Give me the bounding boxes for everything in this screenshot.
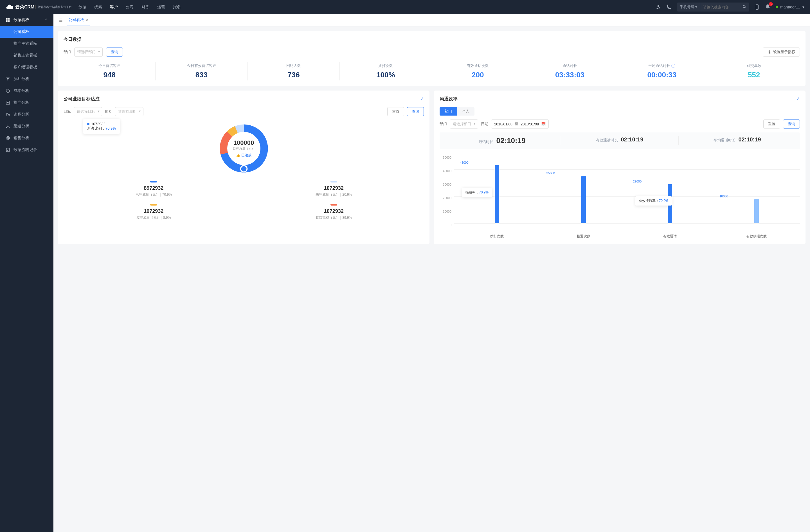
date-range-input[interactable]: 2018/01/08 至 2018/01/08 📅 [491, 119, 549, 129]
stat-item: 今日首咨客户948 [64, 62, 156, 80]
reset-button[interactable]: 重置 [387, 107, 404, 116]
svg-rect-4 [8, 18, 10, 20]
cloud-icon [6, 3, 14, 11]
period-select[interactable]: 请选择周期 [115, 107, 143, 116]
nav-item[interactable]: 线索 [94, 1, 102, 14]
nav-item[interactable]: 报名 [173, 1, 181, 14]
clock-icon [6, 88, 10, 93]
dept-label: 部门 [440, 121, 447, 127]
svg-point-9 [6, 127, 7, 128]
sidebar-item[interactable]: 销售主管看板 [0, 49, 53, 61]
nav-item[interactable]: 财务 [142, 1, 149, 14]
stat-value: 833 [156, 70, 247, 79]
stat-label: 成交单数 [708, 63, 800, 68]
logo: 云朵CRM 教育机构一站式服务云平台 [6, 3, 72, 11]
bar [581, 176, 586, 223]
query-button[interactable]: 查询 [407, 107, 424, 116]
search-input[interactable] [700, 3, 740, 11]
sidebar-menu-item[interactable]: 访客分析 [0, 109, 53, 120]
x-label: 有效接通次数 [713, 234, 800, 239]
sidebar-menu-item[interactable]: 数据流转记录 [0, 144, 53, 156]
y-tick: 0 [450, 223, 451, 227]
sidebar-item[interactable]: 推广主管看板 [0, 38, 53, 49]
sidebar-menu-item[interactable]: 推广分析 [0, 97, 53, 109]
sidebar-menu-item[interactable]: 成本分析 [0, 85, 53, 97]
settings-metrics-button[interactable]: 设置显示指标 [763, 48, 800, 56]
pill-person[interactable]: 个人 [457, 107, 474, 116]
svg-point-12 [6, 136, 10, 140]
stat-item: 今日有效首咨客户833 [156, 62, 247, 80]
metric-item: 1072932超额完成（元）89.9% [244, 204, 424, 220]
x-label: 拨打次数 [454, 234, 540, 239]
target-icon [6, 136, 10, 140]
mobile-icon[interactable] [754, 4, 760, 10]
expand-icon[interactable]: ⤢ [420, 96, 424, 101]
stat-label: 今日首咨客户 [64, 63, 155, 68]
search-type-select[interactable]: 手机号码 ▾ [677, 2, 701, 12]
log-icon [6, 148, 10, 152]
logo-text: 云朵CRM [15, 4, 34, 10]
top-nav: 数据线索客户公海财务运营报名 [79, 1, 181, 14]
user-menu[interactable]: manager11 ▾ [776, 5, 804, 9]
nav-item[interactable]: 客户 [110, 1, 118, 14]
status-dot-icon [776, 6, 778, 8]
sidebar-menu-label: 漏斗分析 [14, 77, 29, 82]
expand-icon[interactable]: ⤢ [796, 96, 800, 101]
phone-icon[interactable] [666, 4, 672, 10]
add-user-icon[interactable] [655, 4, 661, 10]
nav-item[interactable]: 运营 [157, 1, 165, 14]
sidebar-menu-item[interactable]: 渠道分析 [0, 120, 53, 132]
pill-dept[interactable]: 部门 [440, 107, 457, 116]
reset-button[interactable]: 重置 [763, 119, 780, 129]
stat-label: 拨打次数 [340, 63, 432, 68]
info-icon[interactable]: ? [671, 64, 675, 68]
search-button[interactable] [740, 3, 749, 12]
metric-label: 未完成量（元）20.9% [244, 192, 424, 197]
today-data-card: 今日数据 部门 请选择部门 查询 设置显示指标 今日首咨客户948今日有效首咨客… [58, 31, 806, 86]
query-button[interactable]: 查询 [783, 119, 800, 129]
metric-label: 超额完成（元）89.9% [244, 215, 424, 220]
date-label: 日期 [481, 121, 488, 127]
nav-item[interactable]: 公海 [126, 1, 134, 14]
gear-icon [767, 50, 772, 54]
scope-pills: 部门 个人 [440, 107, 474, 116]
sidebar-item[interactable]: 公司看板 [0, 26, 53, 38]
dashboard-icon [6, 18, 10, 22]
dept-select[interactable]: 请选择部门 [74, 48, 103, 56]
sidebar-menu-item[interactable]: 漏斗分析 [0, 73, 53, 85]
stat-value: 03:33:03 [524, 70, 616, 79]
stat-item: 通话时长03:33:03 [524, 62, 616, 80]
main-content: ☰ 公司看板 ✕ 今日数据 部门 请选择部门 查询 设置显示指标 今 [53, 14, 810, 532]
nav-item[interactable]: 数据 [79, 1, 86, 14]
logo-subtitle: 教育机构一站式服务云平台 [35, 5, 72, 9]
stat-label: 回访人数 [248, 63, 339, 68]
notifications[interactable]: 5 [765, 4, 771, 11]
stat-label: 通话时长 [524, 63, 616, 68]
bar-value-label: 43000 [460, 161, 469, 164]
close-icon[interactable]: ✕ [86, 18, 88, 22]
svg-rect-5 [6, 20, 7, 22]
search-icon [743, 5, 746, 9]
communication-efficiency-card: ⤢ 沟通效率 部门 个人 部门 请选择部门 日期 2018/01/08 至 20… [434, 90, 806, 244]
chart-tooltip: 有效接通率：70.9% [635, 196, 672, 205]
target-label: 目标 [64, 109, 71, 114]
bar-group: 35000 [540, 176, 627, 223]
tab-company-dashboard[interactable]: 公司看板 ✕ [67, 14, 90, 26]
summary-value: 02:10:19 [738, 136, 761, 143]
svg-point-11 [7, 124, 9, 126]
sidebar-menu-label: 推广分析 [14, 100, 29, 105]
sidebar-group-dashboard[interactable]: 数据看板 ⌃ [0, 14, 53, 26]
sidebar-item[interactable]: 客户经理看板 [0, 61, 53, 73]
summary-item: 平均通话时长02:10:19 [679, 136, 796, 145]
query-button[interactable]: 查询 [106, 48, 123, 56]
tabs-collapse-icon[interactable]: ☰ [59, 18, 63, 22]
metric-label: 应完成量（元）8.9% [64, 215, 244, 220]
x-label: 有效通话 [627, 234, 714, 239]
sidebar: 数据看板 ⌃ 公司看板推广主管看板销售主管看板客户经理看板 漏斗分析成本分析推广… [0, 14, 53, 532]
dept-label: 部门 [64, 49, 71, 54]
chart-tooltip: 接通率：70.9% [462, 188, 492, 197]
metric-color-bar [330, 181, 337, 182]
target-select[interactable]: 请选择目标 [74, 107, 102, 116]
sidebar-menu-item[interactable]: 销售分析 [0, 132, 53, 144]
dept-select[interactable]: 请选择部门 [450, 119, 478, 129]
